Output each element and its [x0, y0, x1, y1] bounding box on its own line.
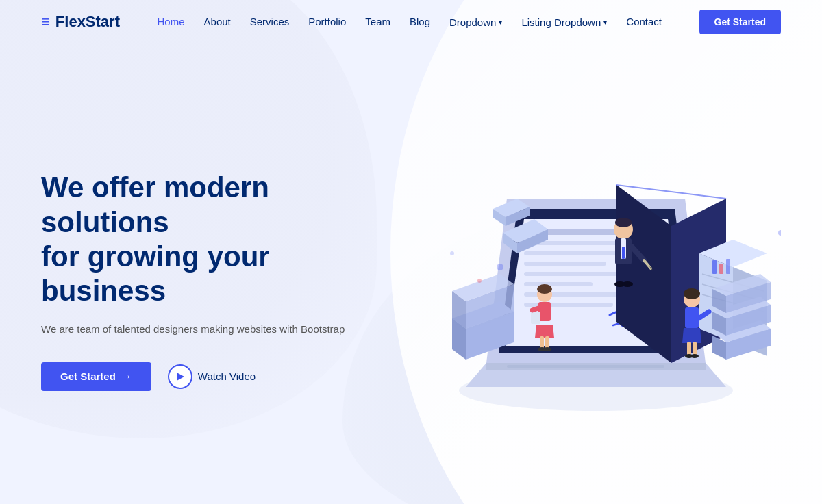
chevron-down-icon: ▾	[603, 18, 607, 26]
logo-text: FlexStart	[55, 13, 120, 31]
svg-rect-75	[693, 342, 697, 355]
svg-point-71	[684, 288, 700, 299]
nav-item-contact[interactable]: Contact	[626, 16, 662, 27]
svg-point-81	[778, 230, 781, 236]
watch-video-label: Watch Video	[198, 370, 256, 382]
hero-title: We offer modern solutions for growing yo…	[41, 171, 397, 309]
watch-video-button[interactable]: Watch Video	[168, 364, 256, 389]
svg-rect-65	[545, 336, 549, 349]
svg-marker-63	[535, 325, 554, 338]
svg-line-17	[616, 185, 726, 199]
nav-item-home[interactable]: Home	[158, 16, 185, 27]
hero-section: We offer modern solutions for growing yo…	[0, 44, 822, 504]
nav-links: Home About Services Portfolio Team Blog …	[158, 16, 662, 28]
arrow-icon: →	[121, 370, 132, 383]
hero-cta-button[interactable]: Get Started →	[41, 362, 151, 391]
svg-point-56	[622, 281, 633, 287]
logo-icon: ≡	[41, 13, 50, 31]
svg-rect-54	[624, 264, 630, 284]
nav-item-team[interactable]: Team	[365, 16, 390, 27]
svg-point-79	[497, 264, 503, 270]
nav-dropdown-listing[interactable]: Listing Dropdown ▾	[521, 16, 607, 28]
nav-cta-button[interactable]: Get Started	[699, 10, 781, 34]
logo[interactable]: ≡ FlexStart	[41, 13, 120, 31]
svg-rect-12	[524, 282, 593, 286]
hero-subtitle: We are team of talented designers making…	[41, 321, 397, 338]
svg-rect-37	[719, 264, 723, 274]
svg-rect-64	[540, 336, 544, 349]
svg-rect-74	[687, 342, 691, 355]
svg-rect-3	[507, 365, 664, 368]
nav-item-services[interactable]: Services	[250, 16, 290, 27]
nav-item-portfolio[interactable]: Portfolio	[308, 16, 346, 27]
svg-rect-10	[524, 262, 606, 266]
hero-actions: Get Started → Watch Video	[41, 362, 397, 391]
svg-rect-68	[531, 312, 540, 324]
svg-rect-11	[524, 272, 627, 276]
svg-point-49	[615, 218, 632, 227]
svg-point-82	[450, 251, 454, 255]
svg-rect-38	[726, 259, 730, 274]
svg-point-80	[477, 279, 482, 283]
hero-svg	[397, 130, 781, 418]
svg-rect-36	[712, 260, 717, 274]
navbar: ≡ FlexStart Home About Services Portfoli…	[0, 0, 822, 44]
svg-point-77	[690, 354, 699, 358]
svg-rect-52	[622, 247, 625, 259]
nav-item-blog[interactable]: Blog	[410, 16, 430, 27]
hero-content: We offer modern solutions for growing yo…	[41, 157, 397, 391]
svg-point-67	[543, 347, 551, 351]
svg-point-61	[537, 284, 552, 294]
nav-dropdown-main[interactable]: Dropdown ▾	[449, 16, 502, 28]
svg-line-69	[532, 308, 538, 310]
svg-rect-53	[616, 264, 623, 284]
nav-item-about[interactable]: About	[204, 16, 231, 27]
svg-marker-73	[682, 328, 701, 343]
play-triangle-icon	[177, 373, 184, 381]
play-circle-icon	[168, 364, 192, 389]
chevron-down-icon: ▾	[499, 18, 502, 26]
hero-illustration	[397, 130, 781, 418]
